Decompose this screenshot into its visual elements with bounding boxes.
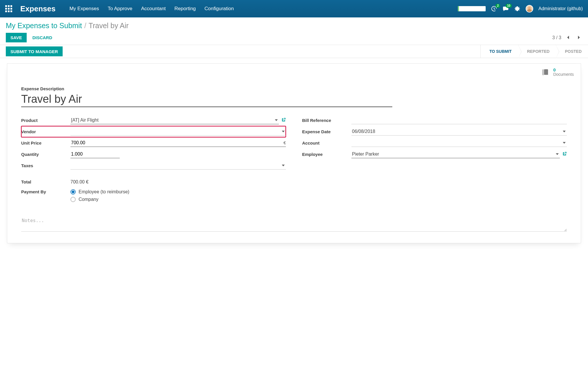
documents-count: 0: [553, 68, 574, 72]
bill-reference-input[interactable]: [351, 116, 567, 124]
employee-external-link-icon[interactable]: [562, 152, 567, 157]
messages-badge: 10: [506, 4, 512, 8]
payment-company-option[interactable]: Company: [70, 196, 286, 203]
expense-date-label: Expense Date: [302, 126, 351, 137]
activities-icon[interactable]: 2: [491, 6, 497, 12]
payment-employee-option[interactable]: Employee (to reimburse): [70, 188, 286, 196]
product-external-link-icon[interactable]: [281, 118, 286, 123]
apps-icon[interactable]: [5, 5, 12, 12]
book-icon: [542, 68, 550, 76]
nav-my-expenses[interactable]: My Expenses: [69, 6, 99, 12]
avatar[interactable]: [526, 5, 533, 12]
vendor-label: Vendor: [21, 126, 70, 137]
payment-employee-label: Employee (to reimburse): [79, 189, 129, 195]
breadcrumb-current: Travel by Air: [89, 21, 129, 30]
notes-textarea[interactable]: [21, 215, 567, 232]
description-input[interactable]: [21, 91, 392, 107]
expense-date-input[interactable]: [351, 128, 567, 136]
unit-price-input[interactable]: [70, 139, 281, 147]
unit-price-label: Unit Price: [21, 137, 70, 149]
status-posted[interactable]: Posted: [556, 45, 588, 58]
product-label: Product: [21, 115, 70, 126]
nav-configuration[interactable]: Configuration: [204, 6, 234, 12]
pager-text: 3 / 3: [552, 35, 561, 40]
submit-to-manager-button[interactable]: Submit to Manager: [6, 46, 63, 56]
taxes-label: Taxes: [21, 160, 70, 171]
account-input[interactable]: [351, 139, 567, 147]
documents-stat-button[interactable]: 0 Documents: [542, 68, 574, 77]
total-value: 700.00 €: [70, 179, 88, 184]
payment-company-label: Company: [79, 197, 98, 202]
messages-icon[interactable]: 10: [502, 6, 509, 12]
activities-badge: 2: [496, 4, 500, 8]
documents-label: Documents: [553, 72, 574, 77]
quantity-input[interactable]: [70, 150, 120, 158]
currency-symbol: €: [281, 140, 286, 145]
left-buttons: Save Discard: [6, 33, 57, 42]
nav-right: 2 10 Administrator (github): [458, 5, 583, 12]
product-input[interactable]: [70, 116, 279, 124]
status-steps: To Submit Reported Posted: [480, 45, 588, 58]
breadcrumb: My Expenses to Submit / Travel by Air: [6, 21, 582, 30]
pager-prev[interactable]: [565, 34, 572, 42]
progress-indicator[interactable]: [458, 6, 486, 11]
statusbar: Submit to Manager To Submit Reported Pos…: [0, 45, 588, 58]
discard-button[interactable]: Discard: [28, 33, 57, 42]
vendor-input[interactable]: [70, 128, 286, 136]
status-to-submit[interactable]: To Submit: [480, 45, 518, 58]
radio-checked-icon: [70, 189, 76, 195]
debug-icon[interactable]: [514, 6, 520, 12]
form-sheet: 0 Documents Expense Description Product: [7, 63, 581, 243]
status-reported[interactable]: Reported: [518, 45, 556, 58]
app-brand[interactable]: Expenses: [20, 4, 55, 13]
pager: 3 / 3: [552, 34, 582, 42]
save-button[interactable]: Save: [6, 33, 27, 42]
account-label: Account: [302, 137, 351, 149]
radio-unchecked-icon: [70, 197, 76, 202]
main-navbar: Expenses My Expenses To Approve Accounta…: [0, 0, 588, 17]
nav-reporting[interactable]: Reporting: [175, 6, 196, 12]
total-label: Total: [21, 178, 70, 186]
control-panel: My Expenses to Submit / Travel by Air Sa…: [0, 17, 588, 45]
nav-accountant[interactable]: Accountant: [141, 6, 166, 12]
breadcrumb-link[interactable]: My Expenses to Submit: [6, 21, 82, 30]
pager-next[interactable]: [575, 34, 582, 42]
employee-input[interactable]: [351, 150, 560, 158]
nav-links: My Expenses To Approve Accountant Report…: [69, 6, 458, 12]
employee-label: Employee: [302, 149, 351, 160]
breadcrumb-sep: /: [84, 21, 86, 30]
bill-reference-label: Bill Reference: [302, 115, 351, 126]
user-menu[interactable]: Administrator (github): [538, 6, 583, 11]
taxes-input[interactable]: [70, 162, 286, 170]
quantity-label: Quantity: [21, 149, 70, 160]
payment-by-label: Payment By: [21, 186, 70, 205]
nav-to-approve[interactable]: To Approve: [108, 6, 132, 12]
description-label: Expense Description: [21, 86, 567, 91]
